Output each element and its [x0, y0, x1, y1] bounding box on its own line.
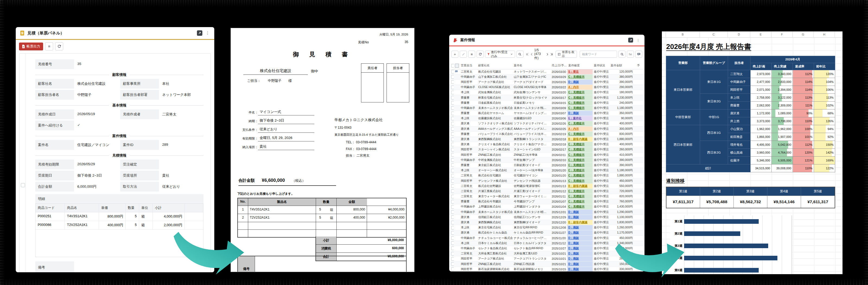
menu-button[interactable]: ≡	[45, 42, 53, 50]
confidence-link[interactable]: B：顧客内稟議	[568, 220, 588, 224]
row-checkbox[interactable]	[451, 268, 454, 271]
refresh-button[interactable]	[55, 42, 63, 50]
confidence-link[interactable]: D：商談	[568, 226, 579, 229]
row-checkbox[interactable]	[451, 174, 454, 177]
table-row[interactable]: 中岡麻由子中村金属株式会社中村金属/アンプ2026/02/10C：見積提示進行中…	[449, 158, 645, 163]
row-checkbox[interactable]	[451, 210, 454, 214]
confidence-link[interactable]: C：見積提示	[568, 163, 585, 167]
row-checkbox[interactable]	[451, 236, 454, 240]
confidence-link[interactable]: C：見積提示	[568, 132, 585, 136]
table-row[interactable]: 齊藤豊バリュープライス株式会社バリュープライス/光半…2026/02/19C：見…	[449, 132, 645, 137]
confidence-link[interactable]: C：見積提示	[568, 194, 585, 198]
next-page-icon[interactable]	[547, 53, 549, 56]
table-row[interactable]: 岡田哲平スターシャイン株式会社スターシャイン/LED2026/02/17C：見積…	[449, 147, 645, 152]
row-checkbox[interactable]	[451, 96, 454, 99]
table-row[interactable]: 唐沢勇ソフトクオリティ株式会社ソフトクオリティ/マイ…2026/02/26C：見…	[449, 121, 645, 126]
row-checkbox[interactable]	[451, 80, 454, 84]
confidence-link[interactable]: D：商談	[568, 262, 579, 266]
table-row[interactable]: 齊藤豊株式会社今市建設今市建設/アンプ2026/01/07C：見積提示進行中/受…	[449, 199, 645, 204]
table-row[interactable]: 二宮将太東京ウォーター株式会社東京ウォーター/タイミ…2026/01/11C：見…	[449, 194, 645, 199]
help-button[interactable]: he	[627, 51, 634, 58]
confidence-link[interactable]: D：商談	[568, 80, 579, 84]
report-output-button[interactable]: 帳票出力	[19, 42, 43, 50]
row-checkbox[interactable]	[451, 257, 454, 261]
row-checkbox[interactable]	[451, 153, 454, 156]
row-checkbox[interactable]	[451, 75, 454, 78]
row-checkbox[interactable]	[451, 205, 454, 209]
confidence-link[interactable]: C：見積提示	[568, 91, 585, 94]
menu-button[interactable]: ≡	[468, 51, 475, 58]
open-window-button[interactable]	[197, 30, 203, 36]
row-checkbox[interactable]	[451, 163, 454, 167]
confidence-link[interactable]: C：見積提示	[568, 158, 585, 162]
row-checkbox[interactable]	[451, 231, 454, 235]
row-checkbox[interactable]	[451, 148, 454, 151]
confidence-link[interactable]: D：商談	[568, 236, 579, 240]
table-row[interactable]: 中岡麻由子CLOSE HOUSE株式会社CLOSE HOUSE/光半導体2026…	[449, 85, 645, 90]
confidence-link[interactable]: C：見積提示	[568, 200, 585, 204]
open-window-button[interactable]	[628, 38, 633, 42]
confidence-link[interactable]: S：受注	[568, 70, 579, 74]
row-checkbox[interactable]	[451, 101, 454, 105]
table-row[interactable]: 齊藤豊株式会社ヤマホームヤマホーム/タイミング…2026/03/07D：商談進行…	[449, 111, 645, 116]
select-all-checkbox[interactable]	[451, 64, 454, 67]
table-row[interactable]: 中岡麻由子未来ホームスタジオ株式会社未来ホームスタジオ/標…2025/12/31…	[449, 210, 645, 215]
kebab-menu-icon[interactable]: ⋮	[205, 31, 211, 35]
table-row[interactable]: 本上咲オーケーシー株式会社オーケーシー/光半導体2026/01/20C：見積提示…	[449, 168, 645, 173]
confidence-link[interactable]: C：見積提示	[568, 174, 585, 177]
table-row[interactable]: 齊藤豊日進鉱業株式会社日進鉱業/メモリ2026/03/15C：見積提示進行中/受…	[449, 101, 645, 106]
row-checkbox[interactable]	[451, 189, 454, 193]
table-row[interactable]: 中岡麻由子上野建設株式会社上野建設/インダクタ2026/01/04C：見積提示進…	[449, 204, 645, 209]
table-row[interactable]: 二宮将太片瀬工業株式会社片瀬工業/ダイオード2026/01/12C：見積提示進行…	[449, 189, 645, 194]
comment-toggle-button[interactable]	[635, 51, 642, 58]
row-checkbox[interactable]	[451, 117, 454, 120]
confidence-link[interactable]: C：見積提示	[568, 106, 585, 110]
table-row[interactable]: 中岡麻由子山下金属加工株式会社山下金属加工/アナログIC2026/03/29C：…	[449, 74, 645, 80]
search-submit-button[interactable]	[618, 51, 625, 58]
confidence-link[interactable]: C：見積提示	[568, 75, 585, 79]
show-single-view-button[interactable]: 単票を表示	[556, 51, 577, 58]
search-input[interactable]	[580, 51, 617, 58]
prev-page-icon[interactable]	[531, 53, 532, 56]
confidence-link[interactable]: C：見積提示	[568, 122, 585, 126]
confidence-link[interactable]: C：見積提示	[568, 101, 585, 105]
row-checkbox[interactable]	[451, 262, 454, 266]
table-row[interactable]: 中岡麻由子未来ホームスタジオ株式会社未来ホームスタジオ/抵…2026/03/09…	[449, 106, 645, 111]
table-row[interactable]: 本上咲武知金属株式会社武知金属/コンデンサ2026/03/20C：見積提示進行中…	[449, 90, 645, 95]
row-checkbox[interactable]	[451, 221, 454, 224]
table-row[interactable]: 岡田哲平アークコア株式会社アークコア/ダイオード2026/03/26D：商談進行…	[449, 80, 645, 85]
confidence-link[interactable]: C：見積提示	[568, 148, 585, 151]
confidence-link[interactable]: C：見積提示	[568, 179, 585, 183]
table-row[interactable]: 唐沢勇AAAホールディングス株式…AAAホールディングス/…2026/02/25…	[449, 127, 645, 132]
row-checkbox[interactable]	[451, 200, 454, 204]
refresh-button[interactable]	[476, 51, 484, 58]
last-page-icon[interactable]	[550, 53, 553, 56]
confidence-link[interactable]: C：見積提示	[568, 153, 585, 157]
row-checkbox[interactable]	[451, 241, 454, 245]
confidence-link[interactable]: D：商談	[568, 257, 579, 261]
confidence-link[interactable]: D：商談	[568, 268, 579, 271]
table-row[interactable]: 二宮将太株式会社住宅建設住宅建設/マイコン2026/01/20C：見積提示進行中…	[449, 173, 645, 178]
row-checkbox[interactable]	[451, 91, 454, 94]
table-row[interactable]: 岡田哲平デンセンファ株式会社デンセンファ/抵抗器2026/01/13C：見積提示…	[449, 178, 645, 183]
table-row[interactable]: 唐沢勇東西製鋼株式会社東西製鋼/トランジスタ2026/02/18B：顧客内稟議進…	[449, 137, 645, 142]
confidence-link[interactable]: A：内示	[568, 85, 579, 89]
confidence-link[interactable]: D：商談	[568, 241, 579, 245]
row-checkbox[interactable]	[451, 132, 454, 136]
row-checkbox[interactable]	[451, 184, 454, 188]
confidence-link[interactable]: D：商談	[568, 231, 579, 235]
confidence-link[interactable]: A：内示	[568, 127, 579, 131]
filter-dropdown[interactable]: 進行中/受注のみ	[485, 51, 515, 58]
table-row[interactable]: 齊藤豊東京鉱工株式会社日新鉱業/ダイオード2026/02/03C：見積提示進行中…	[449, 163, 645, 168]
first-page-icon[interactable]	[526, 53, 529, 56]
add-record-button[interactable]: +	[452, 51, 458, 58]
confidence-link[interactable]: B：顧客内稟議	[568, 137, 588, 141]
confidence-link[interactable]: C：見積提示	[568, 143, 585, 146]
row-checkbox[interactable]	[451, 247, 454, 250]
row-checkbox[interactable]	[451, 252, 454, 255]
search-button[interactable]	[517, 51, 524, 58]
row-checkbox[interactable]	[451, 106, 454, 110]
row-checkbox[interactable]	[451, 85, 454, 89]
row-checkbox[interactable]	[451, 215, 454, 219]
confidence-link[interactable]: E：案件化	[568, 116, 582, 120]
